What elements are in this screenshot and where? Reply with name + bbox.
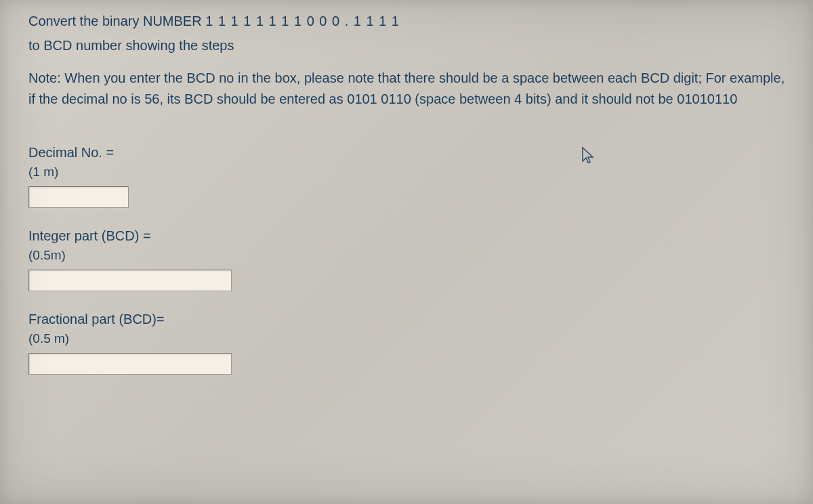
fractional-bcd-marks: (0.5 m): [28, 331, 786, 346]
fractional-bcd-field-group: Fractional part (BCD)= (0.5 m): [28, 312, 786, 375]
question-line-2: to BCD number showing the steps: [28, 35, 786, 56]
fractional-bcd-label: Fractional part (BCD)=: [28, 312, 786, 327]
question-container: Convert the binary NUMBER 1 1 1 1 1 1 1 …: [0, 0, 813, 408]
integer-bcd-field-group: Integer part (BCD) = (0.5m): [28, 228, 786, 291]
binary-number: 1 1 1 1 1 1 1 1 0 0 0 . 1 1 1 1: [205, 14, 400, 28]
integer-bcd-marks: (0.5m): [28, 248, 786, 263]
decimal-field-group: Decimal No. = (1 m): [28, 145, 786, 208]
decimal-label: Decimal No. =: [28, 145, 786, 161]
question-note: Note: When you enter the BCD no in the b…: [28, 68, 786, 110]
question-line-1: Convert the binary NUMBER 1 1 1 1 1 1 1 …: [28, 11, 786, 31]
integer-bcd-label: Integer part (BCD) =: [28, 228, 786, 244]
decimal-input[interactable]: [28, 186, 129, 208]
fractional-bcd-input[interactable]: [28, 353, 232, 375]
decimal-marks: (1 m): [28, 165, 786, 180]
integer-bcd-input[interactable]: [28, 270, 232, 291]
question-prefix: Convert the binary NUMBER: [28, 14, 205, 28]
